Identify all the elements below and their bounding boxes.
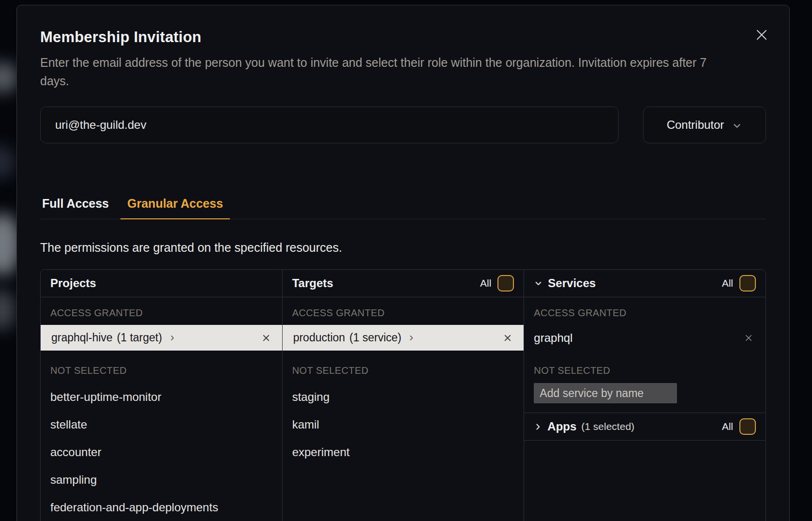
- all-services-label: All: [722, 277, 733, 289]
- select-all-apps-checkbox[interactable]: [739, 418, 756, 435]
- not-selected-label: NOT SELECTED: [41, 351, 282, 376]
- all-targets-label: All: [480, 277, 491, 289]
- target-item[interactable]: kamil: [283, 411, 524, 438]
- close-icon: [262, 334, 271, 342]
- not-selected-label: NOT SELECTED: [283, 351, 524, 376]
- background-blur-blob: [0, 290, 15, 330]
- apps-header: Apps: [547, 420, 576, 433]
- close-icon: [744, 334, 753, 342]
- selected-target-detail: (1 service): [349, 331, 401, 344]
- membership-invitation-dialog: Membership Invitation Enter the email ad…: [16, 5, 790, 521]
- chevron-right-icon: [534, 423, 542, 431]
- resources-table: Projects ACCESS GRANTED graphql-hive (1 …: [40, 269, 766, 521]
- background-blur-blob: [0, 62, 18, 93]
- remove-target-button[interactable]: [502, 333, 513, 343]
- chevron-right-icon: [169, 335, 176, 341]
- selected-service-name: graphql: [534, 331, 572, 345]
- projects-column-header: Projects: [41, 270, 282, 297]
- targets-column: Targets All ACCESS GRANTED production (1…: [282, 270, 524, 521]
- projects-list: better-uptime-monitor stellate accounter…: [41, 383, 282, 521]
- services-column-header: Services All: [524, 270, 766, 297]
- remove-service-button[interactable]: [743, 333, 754, 343]
- tab-granular-access[interactable]: Granular Access: [127, 197, 223, 219]
- target-item[interactable]: staging: [283, 383, 524, 411]
- role-select[interactable]: Contributor: [643, 107, 766, 143]
- permissions-note: The permissions are granted on the speci…: [40, 241, 766, 255]
- access-granted-label: ACCESS GRANTED: [41, 297, 282, 319]
- dialog-title: Membership Invitation: [40, 5, 766, 46]
- services-column: Services All ACCESS GRANTED graphql NOT …: [524, 270, 766, 521]
- not-selected-label: NOT SELECTED: [524, 351, 766, 376]
- close-icon: [503, 334, 512, 342]
- access-granted-label: ACCESS GRANTED: [524, 297, 766, 319]
- targets-column-header: Targets All: [283, 270, 524, 297]
- tabs: Full Access Granular Access: [40, 197, 766, 219]
- selected-target-name: production: [293, 331, 345, 344]
- selected-project-name: graphql-hive: [51, 331, 113, 344]
- project-item[interactable]: better-uptime-monitor: [41, 383, 282, 411]
- apps-section-row[interactable]: Apps (1 selected) All: [524, 413, 766, 441]
- projects-column: Projects ACCESS GRANTED graphql-hive (1 …: [41, 270, 282, 521]
- select-all-targets-checkbox[interactable]: [497, 275, 514, 291]
- select-all-services-checkbox[interactable]: [739, 275, 756, 291]
- chevron-right-icon: [408, 335, 415, 341]
- all-apps-label: All: [722, 421, 733, 432]
- apps-selected-count: (1 selected): [581, 421, 634, 432]
- selected-target-row[interactable]: production (1 service): [283, 325, 524, 351]
- remove-project-button[interactable]: [261, 333, 271, 343]
- close-icon: [755, 29, 768, 41]
- targets-list: staging kamil experiment: [283, 383, 524, 466]
- dialog-description: Enter the email address of the person yo…: [40, 53, 729, 90]
- project-item[interactable]: federation-and-app-deployments: [41, 493, 282, 521]
- close-button[interactable]: [753, 27, 770, 43]
- selected-service-row[interactable]: graphql: [524, 325, 766, 351]
- project-item[interactable]: accounter: [41, 438, 282, 466]
- chevron-down-icon: [732, 121, 742, 131]
- background-blur-blob: [0, 145, 15, 179]
- tab-full-access[interactable]: Full Access: [42, 197, 109, 219]
- chevron-down-icon[interactable]: [534, 279, 543, 288]
- selected-project-detail: (1 target): [117, 331, 162, 344]
- target-item[interactable]: experiment: [283, 438, 524, 466]
- project-item[interactable]: stellate: [41, 411, 282, 438]
- invite-row: Contributor: [40, 107, 766, 143]
- add-service-input[interactable]: [534, 383, 677, 403]
- role-select-value: Contributor: [667, 118, 724, 132]
- selected-project-row[interactable]: graphql-hive (1 target): [41, 325, 282, 351]
- access-granted-label: ACCESS GRANTED: [283, 297, 524, 319]
- project-item[interactable]: sampling: [41, 466, 282, 493]
- email-input[interactable]: [40, 107, 618, 143]
